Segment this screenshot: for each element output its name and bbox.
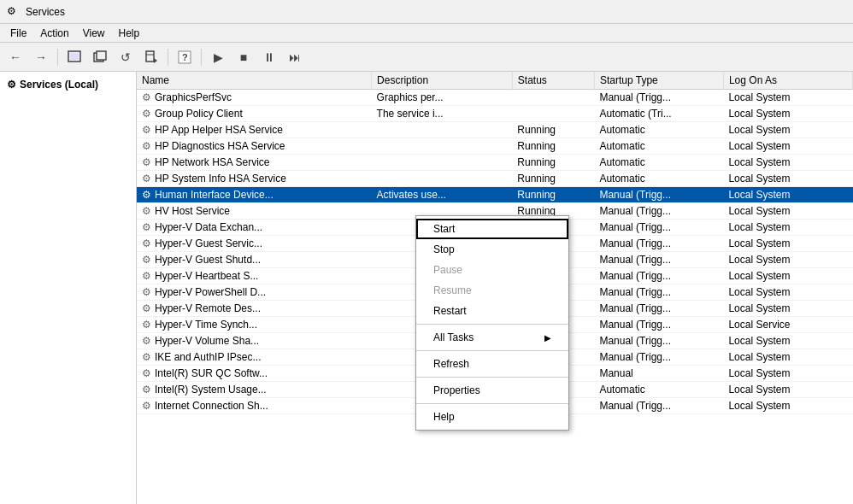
back-button[interactable]: ← xyxy=(3,46,27,68)
svg-rect-3 xyxy=(97,51,106,60)
sidebar: ⚙ Services (Local) xyxy=(0,72,137,504)
main-layout: ⚙ Services (Local) Name Description Stat… xyxy=(0,72,853,504)
service-name: Hyper-V Data Exchan... xyxy=(155,221,262,233)
context-menu-item-refresh[interactable]: Refresh xyxy=(416,354,568,374)
service-name: GraphicsPerfSvc xyxy=(155,91,232,103)
service-name: Internet Connection Sh... xyxy=(155,400,268,412)
resume-button[interactable]: ⏭ xyxy=(283,46,307,68)
service-status: Running xyxy=(512,138,594,155)
service-gear-icon: ⚙ xyxy=(142,254,151,266)
table-row[interactable]: ⚙HP Network HSA ServiceRunningAutomaticL… xyxy=(137,155,853,171)
context-menu-item-all-tasks[interactable]: All Tasks▶ xyxy=(416,327,568,348)
context-menu-item-stop[interactable]: Stop xyxy=(416,239,568,260)
context-menu-item-restart[interactable]: Restart xyxy=(416,301,568,321)
table-row[interactable]: ⚙Human Interface Device...Activates use.… xyxy=(137,187,853,203)
context-menu-separator xyxy=(416,324,568,325)
refresh-button[interactable]: ↺ xyxy=(114,46,138,68)
service-name: Hyper-V Guest Servic... xyxy=(155,237,262,249)
menu-view[interactable]: View xyxy=(76,26,112,41)
service-status: Running xyxy=(512,155,594,171)
menu-action[interactable]: Action xyxy=(33,26,75,41)
service-gear-icon: ⚙ xyxy=(142,351,151,363)
context-menu: StartStopPauseResumeRestartAll Tasks▶Ref… xyxy=(415,215,569,431)
help-toolbar-button[interactable]: ? xyxy=(173,46,197,68)
context-menu-separator xyxy=(416,403,568,404)
sidebar-title-text: Services (Local) xyxy=(20,79,98,91)
service-startup: Manual (Trigg... xyxy=(594,90,723,106)
service-logon: Local System xyxy=(723,284,852,301)
service-logon: Local System xyxy=(723,90,852,106)
context-menu-separator xyxy=(416,350,568,351)
service-name: HP System Info HSA Service xyxy=(155,173,286,185)
sidebar-title: ⚙ Services (Local) xyxy=(3,75,132,94)
service-logon: Local System xyxy=(723,382,852,398)
service-description: Activates use... xyxy=(372,187,513,203)
service-description: Graphics per... xyxy=(372,90,513,106)
service-startup: Automatic (Tri... xyxy=(594,106,723,122)
service-gear-icon: ⚙ xyxy=(142,140,151,152)
service-gear-icon: ⚙ xyxy=(142,384,151,396)
col-header-name[interactable]: Name xyxy=(137,72,372,90)
console-button[interactable] xyxy=(62,46,86,68)
export-button[interactable] xyxy=(139,46,163,68)
service-gear-icon: ⚙ xyxy=(142,156,151,168)
new-window-button[interactable] xyxy=(88,46,112,68)
service-name: Human Interface Device... xyxy=(155,189,274,201)
service-gear-icon: ⚙ xyxy=(142,108,151,120)
context-menu-item-help[interactable]: Help xyxy=(416,407,568,427)
service-gear-icon: ⚙ xyxy=(142,237,151,249)
service-startup: Automatic xyxy=(594,155,723,171)
col-header-status[interactable]: Status xyxy=(512,72,594,90)
service-startup: Manual (Trigg... xyxy=(594,317,723,333)
context-menu-item-properties[interactable]: Properties xyxy=(416,380,568,401)
toolbar: ← → ↺ ? ▶ ■ ⏸ ⏭ xyxy=(0,43,853,72)
forward-button[interactable]: → xyxy=(29,46,53,68)
service-startup: Manual (Trigg... xyxy=(594,333,723,349)
service-startup: Manual (Trigg... xyxy=(594,284,723,301)
service-startup: Manual (Trigg... xyxy=(594,349,723,366)
table-row[interactable]: ⚙GraphicsPerfSvcGraphics per...Manual (T… xyxy=(137,90,853,106)
service-logon: Local System xyxy=(723,349,852,366)
service-gear-icon: ⚙ xyxy=(142,302,151,314)
table-row[interactable]: ⚙HP App Helper HSA ServiceRunningAutomat… xyxy=(137,122,853,138)
menu-help[interactable]: Help xyxy=(112,26,147,41)
sidebar-icon: ⚙ xyxy=(7,79,16,91)
service-logon: Local System xyxy=(723,138,852,155)
service-description xyxy=(372,138,513,155)
stop-button[interactable]: ■ xyxy=(232,46,256,68)
toolbar-separator-1 xyxy=(57,49,58,66)
col-header-logon[interactable]: Log On As xyxy=(723,72,852,90)
menu-bar: File Action View Help xyxy=(0,24,853,43)
service-startup: Manual (Trigg... xyxy=(594,187,723,203)
service-logon: Local System xyxy=(723,203,852,220)
content-area: Name Description Status Startup Type Log… xyxy=(137,72,853,504)
menu-file[interactable]: File xyxy=(3,26,33,41)
table-row[interactable]: ⚙HP System Info HSA ServiceRunningAutoma… xyxy=(137,171,853,187)
context-menu-item-start[interactable]: Start xyxy=(416,219,568,239)
service-gear-icon: ⚙ xyxy=(142,91,151,103)
service-startup: Automatic xyxy=(594,382,723,398)
table-row[interactable]: ⚙Group Policy ClientThe service i...Auto… xyxy=(137,106,853,122)
service-status: Running xyxy=(512,187,594,203)
toolbar-separator-3 xyxy=(201,49,202,66)
service-logon: Local System xyxy=(723,398,852,414)
service-startup: Manual (Trigg... xyxy=(594,268,723,284)
svg-marker-6 xyxy=(154,58,157,63)
service-startup: Automatic xyxy=(594,122,723,138)
col-header-startup[interactable]: Startup Type xyxy=(594,72,723,90)
service-gear-icon: ⚙ xyxy=(142,221,151,233)
play-button[interactable]: ▶ xyxy=(206,46,230,68)
service-logon: Local System xyxy=(723,122,852,138)
pause-button[interactable]: ⏸ xyxy=(257,46,281,68)
table-row[interactable]: ⚙HP Diagnostics HSA ServiceRunningAutoma… xyxy=(137,138,853,155)
context-menu-separator xyxy=(416,377,568,378)
service-gear-icon: ⚙ xyxy=(142,189,151,201)
service-logon: Local System xyxy=(723,187,852,203)
service-status xyxy=(512,106,594,122)
service-name: HV Host Service xyxy=(155,205,230,217)
service-name: Hyper-V Volume Sha... xyxy=(155,335,259,347)
col-header-desc[interactable]: Description xyxy=(372,72,513,90)
service-name: Intel(R) SUR QC Softw... xyxy=(155,367,268,379)
service-name: Group Policy Client xyxy=(155,108,243,120)
service-name: HP Network HSA Service xyxy=(155,156,270,168)
